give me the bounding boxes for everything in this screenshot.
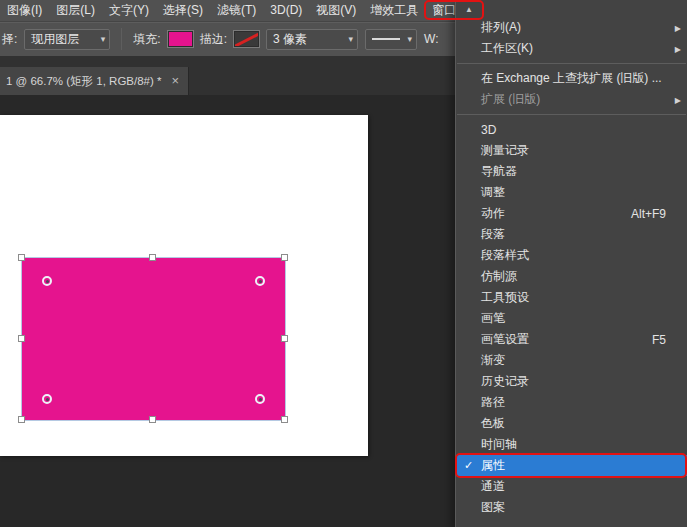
fill-label: 填充: <box>133 31 160 48</box>
menu-item-measurement-log[interactable]: 测量记录 <box>456 140 687 161</box>
menu-item-navigator[interactable]: 导航器 <box>456 161 687 182</box>
menu-shortcut: Alt+F9 <box>631 207 681 221</box>
menu-scroll-up[interactable]: ▲ <box>456 2 687 17</box>
menu-item-properties[interactable]: ✓ 属性 <box>456 455 687 476</box>
menubar-item-view[interactable]: 视图(V) <box>309 0 363 21</box>
submenu-arrow-icon: ▶ <box>675 96 681 105</box>
menu-item-paragraph[interactable]: 段落 <box>456 224 687 245</box>
menubar-item-3d[interactable]: 3D(D) <box>263 0 309 21</box>
menubar-item-image[interactable]: 图像(I) <box>0 0 49 21</box>
check-icon: ✓ <box>464 459 481 472</box>
menu-item-timeline[interactable]: 时间轴 <box>456 434 687 455</box>
submenu-arrow-icon: ▶ <box>675 45 681 54</box>
transform-handle-e[interactable] <box>281 335 288 342</box>
stroke-width-dropdown[interactable]: 3 像素 ▾ <box>266 29 358 50</box>
stroke-style-line-icon <box>372 38 400 40</box>
stroke-color-swatch[interactable] <box>234 31 259 47</box>
chevron-down-icon: ▾ <box>404 34 417 44</box>
radius-handle-tr[interactable] <box>255 276 265 286</box>
stroke-label: 描边: <box>200 31 227 48</box>
transform-handle-sw[interactable] <box>18 416 25 423</box>
menu-shortcut: F5 <box>652 333 681 347</box>
menu-item-patterns[interactable]: 图案 <box>456 497 687 518</box>
rectangle-shape[interactable] <box>22 258 285 420</box>
menu-item-extensions-legacy[interactable]: 扩展 (旧版) ▶ <box>456 89 687 110</box>
menubar-item-select[interactable]: 选择(S) <box>156 0 210 21</box>
close-icon[interactable]: × <box>171 75 179 87</box>
menu-item-actions[interactable]: 动作 Alt+F9 <box>456 203 687 224</box>
artboard[interactable] <box>0 115 368 456</box>
scroll-up-icon: ▲ <box>465 5 473 14</box>
menu-item-swatches[interactable]: 色板 <box>456 413 687 434</box>
menu-item-brush-settings[interactable]: 画笔设置 F5 <box>456 329 687 350</box>
transform-handle-nw[interactable] <box>18 254 25 261</box>
menu-item-clone-source[interactable]: 仿制源 <box>456 266 687 287</box>
stroke-width-value: 3 像素 <box>273 31 307 48</box>
document-tab-title: 1 @ 66.7% (矩形 1, RGB/8#) * <box>6 74 161 89</box>
select-mode-value: 现用图层 <box>31 31 79 48</box>
menu-item-gradients[interactable]: 渐变 <box>456 350 687 371</box>
menubar-item-type[interactable]: 文字(Y) <box>102 0 156 21</box>
menu-item-3d[interactable]: 3D <box>456 119 687 140</box>
menu-item-arrange[interactable]: 排列(A) ▶ <box>456 17 687 38</box>
menu-item-brushes[interactable]: 画笔 <box>456 308 687 329</box>
menubar-item-layer[interactable]: 图层(L) <box>49 0 102 21</box>
select-mode-dropdown[interactable]: 现用图层 ▾ <box>24 29 110 50</box>
radius-handle-bl[interactable] <box>42 394 52 404</box>
menubar-item-plugins[interactable]: 增效工具 <box>363 0 425 21</box>
width-field-label: W: <box>424 32 438 46</box>
menu-item-workspace[interactable]: 工作区(K) ▶ <box>456 38 687 59</box>
menubar-item-filter[interactable]: 滤镜(T) <box>210 0 263 21</box>
window-menu: ▲ 排列(A) ▶ 工作区(K) ▶ 在 Exchange 上查找扩展 (旧版)… <box>455 0 687 527</box>
menu-separator <box>457 114 686 115</box>
radius-handle-br[interactable] <box>255 394 265 404</box>
transform-handle-s[interactable] <box>149 416 156 423</box>
transform-handle-se[interactable] <box>281 416 288 423</box>
chevron-down-icon: ▾ <box>97 34 110 44</box>
menu-item-find-extensions[interactable]: 在 Exchange 上查找扩展 (旧版) ... <box>456 68 687 89</box>
chevron-down-icon: ▾ <box>345 34 358 44</box>
radius-handle-tl[interactable] <box>42 276 52 286</box>
transform-handle-ne[interactable] <box>281 254 288 261</box>
options-divider <box>121 28 122 50</box>
transform-handle-n[interactable] <box>149 254 156 261</box>
menu-item-paths[interactable]: 路径 <box>456 392 687 413</box>
menu-item-channels[interactable]: 通道 <box>456 476 687 497</box>
submenu-arrow-icon: ▶ <box>675 24 681 33</box>
select-mode-label: 择: <box>2 31 17 48</box>
menu-item-history[interactable]: 历史记录 <box>456 371 687 392</box>
menu-separator <box>457 63 686 64</box>
menu-item-adjustments[interactable]: 调整 <box>456 182 687 203</box>
stroke-style-dropdown[interactable]: ▾ <box>365 29 417 50</box>
fill-color-swatch[interactable] <box>168 31 193 47</box>
transform-handle-w[interactable] <box>18 335 25 342</box>
menu-item-tool-presets[interactable]: 工具预设 <box>456 287 687 308</box>
document-tab[interactable]: 1 @ 66.7% (矩形 1, RGB/8#) * × <box>0 67 189 95</box>
menu-item-paragraph-styles[interactable]: 段落样式 <box>456 245 687 266</box>
no-color-slash-icon <box>234 31 259 47</box>
